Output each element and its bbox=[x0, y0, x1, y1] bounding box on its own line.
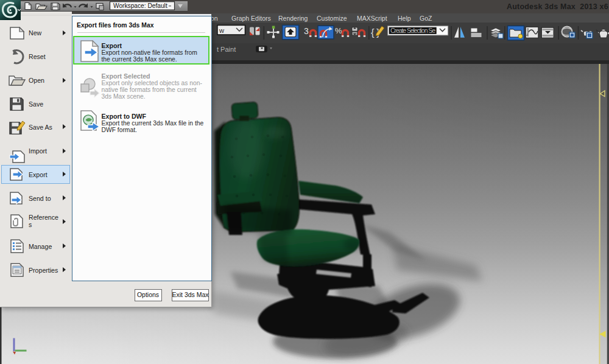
svg-text:Workspace: Default: Workspace: Default bbox=[113, 2, 167, 9]
